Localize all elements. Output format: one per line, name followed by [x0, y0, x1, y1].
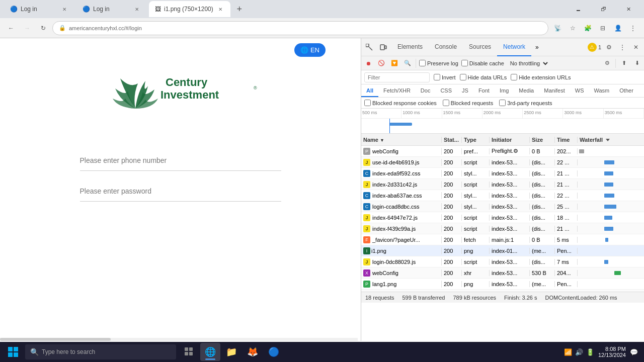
clear-button[interactable]: 🚫: [376, 58, 386, 68]
blocked-cookies-label[interactable]: Blocked response cookies: [364, 100, 437, 106]
col-size-header[interactable]: Size: [530, 137, 555, 143]
back-button[interactable]: ←: [4, 21, 18, 35]
minimize-button[interactable]: 🗕: [567, 1, 590, 17]
tab-1-close[interactable]: ✕: [60, 5, 68, 13]
network-tray-icon[interactable]: 📶: [564, 348, 572, 356]
record-button[interactable]: ⏺: [363, 58, 373, 68]
type-manifest[interactable]: Manifest: [539, 84, 570, 97]
table-row[interactable]: J use-id-de4b6919.js 200 script index-53…: [361, 157, 644, 168]
blocked-cookies-checkbox[interactable]: [364, 100, 371, 106]
preserve-log-checkbox[interactable]: [419, 60, 426, 66]
invert-checkbox[interactable]: [434, 74, 440, 80]
battery-tray-icon[interactable]: 🔋: [586, 348, 594, 356]
maximize-button[interactable]: 🗗: [592, 1, 615, 17]
tab-elements[interactable]: Elements: [391, 38, 429, 56]
blocked-requests-checkbox[interactable]: [443, 100, 449, 106]
invert-label[interactable]: Invert: [434, 74, 456, 80]
type-ws[interactable]: WS: [570, 84, 589, 97]
type-all[interactable]: All: [361, 84, 378, 97]
col-name-header[interactable]: Name ▼: [361, 137, 442, 143]
start-button[interactable]: [2, 343, 24, 361]
type-doc[interactable]: Doc: [416, 84, 436, 97]
import-button[interactable]: ⬆: [619, 58, 629, 68]
menu-button[interactable]: ⋮: [626, 21, 640, 35]
tab-sources[interactable]: Sources: [463, 38, 497, 56]
col-initiator-header[interactable]: Initiator: [490, 137, 530, 143]
network-settings-button[interactable]: ⚙: [602, 58, 612, 68]
inspect-element-button[interactable]: [363, 41, 375, 53]
table-row[interactable]: P logo.png 200 png index-53... (me... 1 …: [361, 290, 644, 292]
cast-button[interactable]: 📡: [550, 21, 565, 35]
hide-ext-urls-label[interactable]: Hide extension URLs: [511, 74, 571, 80]
tab-console[interactable]: Console: [429, 38, 463, 56]
tab-3[interactable]: 🖼 i1.png (750×1200) ✕: [149, 1, 230, 17]
table-row[interactable]: P lang1.png 200 png index-53... (me... P…: [361, 279, 644, 290]
taskbar-app-chrome[interactable]: 🔵: [264, 343, 284, 361]
type-img[interactable]: Img: [495, 84, 514, 97]
bookmark-button[interactable]: ☆: [566, 21, 580, 35]
disable-cache-label[interactable]: Disable cache: [461, 60, 504, 66]
col-status-header[interactable]: Stat...: [442, 137, 462, 143]
table-body[interactable]: P webConfig 200 pref... Preflight.⚙ 0 B …: [361, 146, 644, 292]
type-media[interactable]: Media: [514, 84, 539, 97]
search-network-button[interactable]: 🔍: [403, 58, 413, 68]
type-fetch-xhr[interactable]: Fetch/XHR: [378, 84, 416, 97]
volume-tray-icon[interactable]: 🔊: [575, 348, 583, 356]
third-party-label[interactable]: 3rd-party requests: [499, 100, 552, 106]
table-row[interactable]: J index-2d331c42.js 200 script index-53.…: [361, 179, 644, 190]
type-js[interactable]: JS: [457, 84, 473, 97]
filter-button[interactable]: 🔽: [389, 58, 399, 68]
tab-1[interactable]: 🔵 Log in ✕: [4, 1, 74, 17]
notifications-icon[interactable]: 💬: [630, 348, 638, 356]
throttle-select[interactable]: No throttling: [507, 60, 549, 67]
settings-button[interactable]: ⚙: [603, 41, 615, 53]
split-view-button[interactable]: ⊟: [596, 21, 610, 35]
phone-input[interactable]: [80, 150, 281, 171]
tab-3-close[interactable]: ✕: [216, 5, 224, 13]
col-type-header[interactable]: Type: [462, 137, 490, 143]
table-row[interactable]: F _favicon/?pageUr... 200 fetch main.js:…: [361, 234, 644, 245]
table-row[interactable]: J index-f439c99a.js 200 script index-53.…: [361, 223, 644, 234]
close-devtools-button[interactable]: ✕: [630, 41, 642, 53]
translate-button[interactable]: 🌐 EN: [294, 43, 326, 57]
taskbar-clock[interactable]: 8:08 PM 12/13/2024: [598, 346, 626, 358]
taskbar-app-firefox[interactable]: 🦊: [243, 343, 263, 361]
table-row[interactable]: C login-ccad8dbc.css 200 styl... index-5…: [361, 201, 644, 212]
table-row[interactable]: P webConfig 200 pref... Preflight.⚙ 0 B …: [361, 146, 644, 157]
hide-data-urls-label[interactable]: Hide data URLs: [460, 74, 507, 80]
export-button[interactable]: ⬇: [632, 58, 642, 68]
new-tab-button[interactable]: +: [232, 2, 247, 16]
extensions-button[interactable]: 🧩: [581, 21, 595, 35]
tab-network[interactable]: Network: [497, 38, 531, 56]
type-font[interactable]: Font: [473, 84, 495, 97]
table-row[interactable]: C index-aba637ae.css 200 styl... index-5…: [361, 190, 644, 201]
taskbar-app-edge[interactable]: 🌐: [200, 343, 220, 361]
reload-button[interactable]: ↻: [36, 21, 50, 35]
tab-2-close[interactable]: ✕: [133, 5, 141, 13]
taskbar-app-files[interactable]: 📁: [221, 343, 242, 361]
disable-cache-checkbox[interactable]: [461, 60, 468, 66]
password-input[interactable]: [80, 181, 281, 202]
col-waterfall-header[interactable]: Waterfall: [578, 137, 644, 143]
filter-input[interactable]: [364, 72, 430, 82]
webpage-hscroll-thumb[interactable]: [0, 338, 111, 341]
table-row[interactable]: J index-64947e72.js 200 script index-53.…: [361, 212, 644, 223]
profile-button[interactable]: 👤: [611, 21, 625, 35]
device-toolbar-button[interactable]: [377, 41, 389, 53]
tab-2[interactable]: 🔵 Log in ✕: [76, 1, 147, 17]
blocked-requests-label[interactable]: Blocked requests: [443, 100, 493, 106]
forward-button[interactable]: →: [20, 21, 34, 35]
type-wasm[interactable]: Wasm: [589, 84, 615, 97]
col-time-header[interactable]: Time: [555, 137, 578, 143]
type-css[interactable]: CSS: [435, 84, 457, 97]
table-row[interactable]: I i1.png 200 png index-01... (me... Pen.…: [361, 245, 644, 256]
taskbar-search[interactable]: 🔍 Type here to search: [25, 344, 176, 359]
webpage-hscroll[interactable]: [0, 338, 358, 341]
table-row[interactable]: C index-eda9f592.css 200 styl... index-5…: [361, 168, 644, 179]
hide-data-urls-checkbox[interactable]: [460, 74, 466, 80]
table-row[interactable]: J login-0dc88029.js 200 script index-53.…: [361, 256, 644, 267]
customize-button[interactable]: ⋮: [616, 41, 628, 53]
type-other[interactable]: Other: [614, 84, 638, 97]
close-button[interactable]: ✕: [617, 1, 640, 17]
table-row[interactable]: X webConfig 200 xhr index-53... 530 B 20…: [361, 267, 644, 279]
